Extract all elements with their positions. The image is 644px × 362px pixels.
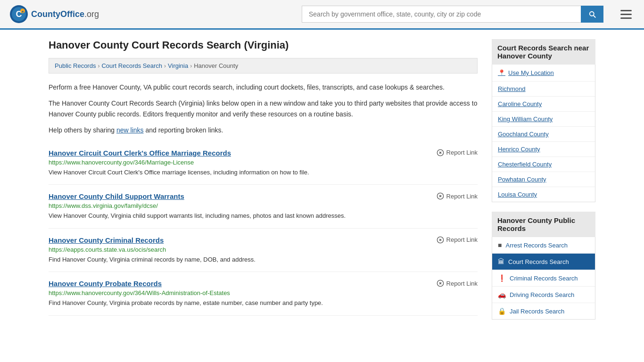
report-icon-1 bbox=[437, 192, 444, 200]
result-url-1[interactable]: https://www.dss.virginia.gov/family/dcse… bbox=[49, 202, 478, 209]
nearby-link-7[interactable]: Louisa County bbox=[492, 187, 595, 202]
result-title-3[interactable]: Hanover County Probate Records bbox=[49, 280, 162, 288]
report-label-3: Report Link bbox=[446, 280, 478, 287]
svg-text:★: ★ bbox=[21, 10, 24, 13]
nearby-link-2[interactable]: King William County bbox=[492, 112, 595, 127]
public-records-section: Hanover County Public Records ■Arrest Re… bbox=[492, 212, 595, 320]
breadcrumb-virginia[interactable]: Virginia bbox=[168, 62, 188, 69]
nearby-link-5[interactable]: Chesterfield County bbox=[492, 157, 595, 172]
nearby-link-4[interactable]: Henrico County bbox=[492, 142, 595, 157]
pr-icon-4: 🔒 bbox=[498, 307, 506, 315]
nearby-link-1[interactable]: Caroline County bbox=[492, 97, 595, 112]
nearby-link-3[interactable]: Goochland County bbox=[492, 127, 595, 142]
header: C ★ CountyOffice.org bbox=[0, 0, 644, 30]
location-icon: 📍 bbox=[498, 69, 505, 76]
sidebar: Court Records Search near Hanover County… bbox=[492, 39, 595, 329]
description-para1: Perform a free Hanover County, VA public… bbox=[49, 82, 478, 92]
breadcrumb-sep-2: › bbox=[164, 63, 166, 69]
nearby-links: 📍 Use My Location RichmondCaroline Count… bbox=[492, 65, 595, 202]
report-label-1: Report Link bbox=[446, 193, 478, 200]
description-para3: Help others by sharing new links and rep… bbox=[49, 125, 478, 135]
breadcrumb-public-records[interactable]: Public Records bbox=[55, 62, 96, 69]
report-link-btn-0[interactable]: Report Link bbox=[437, 149, 478, 156]
pr-label-3: Driving Records Search bbox=[510, 291, 574, 298]
report-label-0: Report Link bbox=[446, 149, 478, 156]
use-location[interactable]: 📍 Use My Location bbox=[492, 65, 595, 82]
public-records-link-2[interactable]: ❗Criminal Records Search bbox=[492, 270, 595, 287]
result-item-1: Hanover County Child Support Warrants Re… bbox=[49, 185, 478, 229]
results-list: Hanover Circuit Court Clerk's Office Mar… bbox=[49, 141, 478, 316]
report-icon-0 bbox=[437, 149, 444, 156]
result-item-3: Hanover County Probate Records Report Li… bbox=[49, 272, 478, 316]
report-link-btn-3[interactable]: Report Link bbox=[437, 280, 478, 287]
page-title: Hanover County Court Records Search (Vir… bbox=[49, 39, 478, 51]
logo-text: CountyOffice.org bbox=[31, 9, 99, 19]
result-url-0[interactable]: https://www.hanovercounty.gov/346/Marria… bbox=[49, 159, 478, 166]
report-icon-2 bbox=[437, 236, 444, 244]
nearby-link-0[interactable]: Richmond bbox=[492, 82, 595, 97]
result-title-0[interactable]: Hanover Circuit Court Clerk's Office Mar… bbox=[49, 149, 231, 157]
logo-icon: C ★ bbox=[9, 5, 28, 24]
description-para2: The Hanover County Court Records Search … bbox=[49, 98, 478, 119]
nearby-links-container: RichmondCaroline CountyKing William Coun… bbox=[492, 82, 595, 202]
breadcrumb-sep-1: › bbox=[98, 63, 99, 69]
breadcrumb-hanover: Hanover County bbox=[194, 62, 238, 69]
public-records-title: Hanover County Public Records bbox=[492, 212, 595, 237]
nearby-link-6[interactable]: Powhatan County bbox=[492, 172, 595, 187]
nearby-section: Court Records Search near Hanover County… bbox=[492, 39, 595, 202]
menu-button[interactable] bbox=[618, 7, 635, 22]
breadcrumb-court-records[interactable]: Court Records Search bbox=[101, 62, 162, 69]
report-icon-3 bbox=[437, 280, 444, 287]
public-records-links: ■Arrest Records Search🏛Court Records Sea… bbox=[492, 237, 595, 320]
breadcrumb: Public Records › Court Records Search › … bbox=[49, 58, 478, 74]
pr-label-0: Arrest Records Search bbox=[505, 242, 568, 249]
public-records-link-4[interactable]: 🔒Jail Records Search bbox=[492, 303, 595, 319]
public-records-link-3[interactable]: 🚗Driving Records Search bbox=[492, 287, 595, 303]
search-input[interactable] bbox=[302, 6, 581, 23]
nearby-title: Court Records Search near Hanover County bbox=[492, 39, 595, 65]
pr-label-2: Criminal Records Search bbox=[510, 275, 578, 282]
pr-icon-3: 🚗 bbox=[498, 291, 506, 298]
result-item-0: Hanover Circuit Court Clerk's Office Mar… bbox=[49, 141, 478, 185]
result-desc-3: Find Hanover County, Virginia probate re… bbox=[49, 298, 478, 308]
result-desc-2: Find Hanover County, Virginia criminal r… bbox=[49, 255, 478, 264]
report-link-btn-2[interactable]: Report Link bbox=[437, 236, 478, 244]
pr-label-1: Court Records Search bbox=[508, 258, 569, 265]
logo-area: C ★ CountyOffice.org bbox=[9, 5, 99, 24]
public-records-link-0[interactable]: ■Arrest Records Search bbox=[492, 237, 595, 254]
new-links-link[interactable]: new links bbox=[116, 126, 144, 134]
result-title-2[interactable]: Hanover County Criminal Records bbox=[49, 236, 164, 244]
breadcrumb-sep-3: › bbox=[190, 63, 192, 69]
result-title-1[interactable]: Hanover County Child Support Warrants bbox=[49, 192, 184, 200]
report-label-2: Report Link bbox=[446, 236, 478, 243]
public-records-link-1[interactable]: 🏛Court Records Search bbox=[492, 254, 595, 270]
pr-icon-1: 🏛 bbox=[498, 258, 504, 265]
pr-icon-2: ❗ bbox=[498, 274, 506, 282]
search-bar bbox=[302, 6, 603, 23]
result-url-2[interactable]: https://eapps.courts.state.va.us/ocis/se… bbox=[49, 246, 478, 253]
report-link-btn-1[interactable]: Report Link bbox=[437, 192, 478, 200]
result-desc-1: View Hanover County, Virginia child supp… bbox=[49, 211, 478, 221]
search-button[interactable] bbox=[581, 6, 603, 23]
content: Hanover County Court Records Search (Vir… bbox=[49, 39, 478, 329]
main-layout: Hanover County Court Records Search (Vir… bbox=[39, 30, 605, 338]
pr-icon-0: ■ bbox=[498, 241, 502, 249]
result-url-3[interactable]: https://www.hanovercounty.gov/364/Wills-… bbox=[49, 289, 478, 296]
pr-label-4: Jail Records Search bbox=[510, 308, 564, 315]
result-item-2: Hanover County Criminal Records Report L… bbox=[49, 229, 478, 272]
result-desc-0: View Hanover Circuit Court Clerk's Offic… bbox=[49, 168, 478, 177]
